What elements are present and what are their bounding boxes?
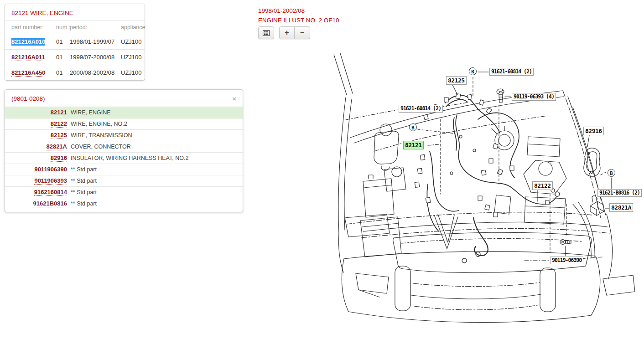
engine-illustration: 91621-60814 (2) 82125 90119-06393 (4) 91… [0, 0, 644, 339]
relay-box [527, 137, 560, 157]
belt-and-bracket [434, 195, 511, 249]
washer-reservoir [374, 124, 399, 170]
marker-b-1: B [469, 67, 477, 75]
callout-82916[interactable]: 82916 [583, 127, 604, 135]
engine-line-art [0, 0, 644, 339]
callout-90119-06393[interactable]: 90119-06393 (4) [512, 93, 556, 101]
callout-82121[interactable]: 82121 [403, 141, 424, 149]
marker-b-3: B [608, 169, 615, 177]
wiring-harness [427, 95, 560, 263]
callout-91621-B0816[interactable]: 91621-B0816 (2) [597, 189, 642, 197]
callout-90119-06390[interactable]: 90119-06390 [550, 257, 583, 264]
callout-82122[interactable]: 82122 [532, 181, 553, 190]
callout-82821A[interactable]: 82821A [609, 203, 633, 212]
callout-91621-60814-top[interactable]: 91621-60814 (2) [489, 68, 534, 76]
callout-82125[interactable]: 82125 [446, 76, 467, 85]
callout-91621-60814-left[interactable]: 91621-60814 (2) [399, 105, 443, 113]
bumper [342, 202, 635, 323]
air-cleaner [524, 160, 566, 224]
marker-b-2: B [409, 123, 417, 131]
connector-cover-part [590, 196, 604, 216]
bolt-icon [497, 89, 504, 103]
